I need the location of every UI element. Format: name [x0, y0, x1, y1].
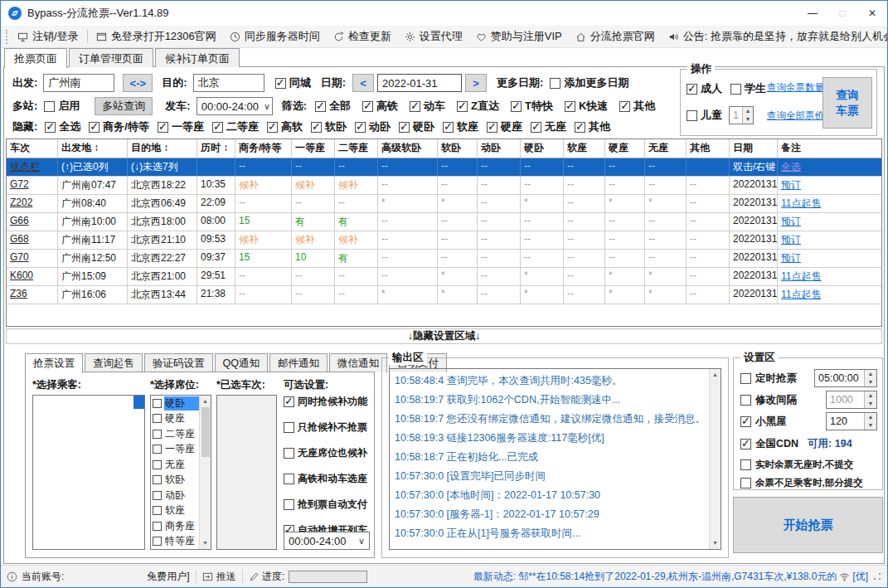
- hide-option-10[interactable]: 无座: [531, 119, 566, 134]
- booking-link[interactable]: 预订: [781, 216, 801, 227]
- child-checkbox[interactable]: [687, 110, 697, 121]
- hide-option-8-checkbox[interactable]: [443, 122, 454, 133]
- close-button[interactable]: ✕: [857, 1, 887, 26]
- output-scrollbar[interactable]: ▲ ▼: [709, 369, 721, 549]
- toolbar-item-4[interactable]: 设置代理: [398, 29, 469, 44]
- seat-option-7-checkbox[interactable]: [153, 506, 162, 515]
- seat-option-5-checkbox[interactable]: [153, 475, 162, 484]
- add-more-dates-option[interactable]: 添加更多日期: [550, 75, 628, 90]
- column-header-1[interactable]: 出发地 ↕: [58, 139, 128, 158]
- depart-time-select[interactable]: 00:00-24:00 ∨: [197, 97, 273, 115]
- booking-link[interactable]: 11点起售: [781, 289, 821, 300]
- filter-option-4[interactable]: T特快: [511, 99, 553, 114]
- grab-option-3[interactable]: 高铁和动车选座: [284, 472, 371, 486]
- student-checkbox[interactable]: [730, 84, 741, 95]
- grab-option-4[interactable]: 抢到票自动支付: [284, 498, 371, 512]
- child-option[interactable]: 儿童: [687, 108, 722, 123]
- booking-link[interactable]: 全选: [781, 161, 801, 173]
- train-link[interactable]: Z202: [10, 197, 32, 208]
- same-city-checkbox[interactable]: [275, 78, 286, 89]
- seat-option-1[interactable]: 硬座: [151, 411, 199, 427]
- hide-option-11[interactable]: 其他: [575, 119, 610, 134]
- column-header-7[interactable]: 高级软卧: [378, 139, 438, 158]
- toolbar-item-3[interactable]: 检查更新: [327, 29, 398, 44]
- multi-station-enable-checkbox[interactable]: [44, 101, 55, 112]
- no-seat-checkbox[interactable]: [740, 459, 751, 470]
- booking-link[interactable]: 预订: [781, 179, 801, 191]
- train-link[interactable]: G70: [10, 251, 29, 263]
- train-link[interactable]: Z36: [10, 288, 27, 299]
- adult-option[interactable]: 成人: [687, 81, 722, 96]
- bottom-tab-3[interactable]: QQ通知: [215, 353, 268, 372]
- table-row-G68[interactable]: G68广州南11:17北京西21:1009:53候补候补候补----------…: [7, 231, 881, 250]
- toolbar-item-6[interactable]: 分流抢票官网: [569, 29, 662, 44]
- seat-option-6[interactable]: 动卧: [151, 488, 199, 503]
- grab-option-1-checkbox[interactable]: [284, 422, 294, 433]
- seat-option-8[interactable]: 商务座: [151, 518, 199, 534]
- grab-option-0[interactable]: 同时抢候补功能: [284, 395, 371, 409]
- hide-option-3[interactable]: 二等座: [212, 119, 259, 134]
- filter-option-0[interactable]: 全部: [315, 99, 351, 114]
- booking-link[interactable]: 11点起售: [781, 197, 821, 209]
- hide-option-7-checkbox[interactable]: [399, 122, 410, 133]
- bottom-tab-5[interactable]: 微信通知: [329, 353, 387, 372]
- column-header-5[interactable]: 一等座: [292, 139, 335, 158]
- hide-option-8[interactable]: 软座: [443, 119, 478, 134]
- seat-option-9[interactable]: 特等座: [151, 534, 199, 550]
- filter-option-1-checkbox[interactable]: [362, 101, 373, 112]
- table-row-Z202[interactable]: Z202广州08:40北京西06:4922:09------**--*--**-…: [7, 195, 881, 213]
- train-link[interactable]: G66: [10, 215, 29, 226]
- seat-option-0-checkbox[interactable]: [153, 399, 162, 408]
- seat-option-4-checkbox[interactable]: [153, 460, 162, 469]
- partial-submit-checkbox[interactable]: [740, 478, 751, 488]
- prev-date-button[interactable]: <: [352, 74, 374, 92]
- selected-trains-listbox[interactable]: [216, 395, 277, 550]
- child-count-stepper[interactable]: 1 ▲▼: [729, 106, 754, 124]
- timed-grab-time-stepper[interactable]: 05:00:00 ▲▼: [814, 369, 877, 387]
- blackroom-checkbox[interactable]: [740, 416, 751, 427]
- toolbar-item-1[interactable]: 免登录打开12306官网: [90, 29, 223, 44]
- from-input[interactable]: 广州南: [43, 74, 114, 92]
- table-row-G72[interactable]: G72广州南07:47北京西18:2210:35候补候补候补----------…: [7, 177, 881, 195]
- cdn-checkbox[interactable]: [740, 439, 751, 450]
- booking-link[interactable]: 预订: [781, 252, 801, 264]
- scroll-up-icon[interactable]: ▲: [712, 369, 718, 381]
- hide-option-5[interactable]: 软卧: [311, 119, 347, 134]
- seat-option-1-checkbox[interactable]: [153, 414, 162, 423]
- student-option[interactable]: 学生: [730, 81, 766, 96]
- hide-option-2[interactable]: 一等座: [158, 119, 204, 134]
- booking-link[interactable]: 预订: [781, 234, 801, 245]
- filter-option-6-checkbox[interactable]: [619, 101, 630, 112]
- interval-stepper[interactable]: 1000 ▲▼: [826, 391, 877, 409]
- seat-option-7[interactable]: 软座: [151, 503, 199, 519]
- status-row[interactable]: 状态栏(↑)已选0列(↓)未选7列--------------------双击/…: [7, 158, 881, 177]
- passenger-scrollbar-thumb[interactable]: [133, 396, 144, 409]
- interval-checkbox[interactable]: [740, 395, 751, 406]
- hide-option-2-checkbox[interactable]: [158, 122, 168, 133]
- table-row-K600[interactable]: K600广州15:09北京西21:0029:51--------*--*--**…: [7, 268, 881, 286]
- seat-list-scrollbar[interactable]: ▲ ▼: [199, 396, 211, 549]
- scroll-down-icon[interactable]: ▼: [202, 537, 208, 549]
- hide-option-6[interactable]: 动卧: [355, 119, 391, 134]
- seat-option-5[interactable]: 软卧: [151, 473, 199, 488]
- seat-option-8-checkbox[interactable]: [153, 522, 162, 531]
- column-header-4[interactable]: 商务/特等: [235, 139, 292, 158]
- main-tab-1[interactable]: 订单管理页面: [69, 48, 153, 67]
- filter-option-4-checkbox[interactable]: [511, 101, 522, 112]
- column-header-11[interactable]: 软座: [564, 139, 605, 158]
- table-row-Z36[interactable]: Z36广州16:06北京西13:4421:38------**--*--**--…: [7, 286, 881, 304]
- scrollbar-thumb[interactable]: [201, 407, 210, 457]
- column-header-6[interactable]: 二等座: [335, 139, 378, 158]
- multi-station-query-button[interactable]: 多站查询: [95, 97, 153, 115]
- grab-option-2[interactable]: 无座席位也候补: [284, 446, 371, 460]
- output-log-area[interactable]: 10:58:48:4 查询完毕，本次查询共用时:435毫秒。10:58:19:7…: [389, 368, 721, 550]
- hide-option-9-checkbox[interactable]: [487, 122, 497, 133]
- bottom-tab-2[interactable]: 验证码设置: [144, 353, 213, 372]
- column-header-8[interactable]: 软卧: [438, 139, 478, 158]
- to-input[interactable]: 北京: [193, 74, 264, 92]
- grab-option-2-checkbox[interactable]: [284, 448, 294, 459]
- seat-option-9-checkbox[interactable]: [153, 537, 162, 546]
- timed-grab-checkbox[interactable]: [740, 373, 751, 384]
- seat-option-4[interactable]: 无座: [151, 457, 199, 473]
- column-header-12[interactable]: 硬座: [605, 139, 645, 158]
